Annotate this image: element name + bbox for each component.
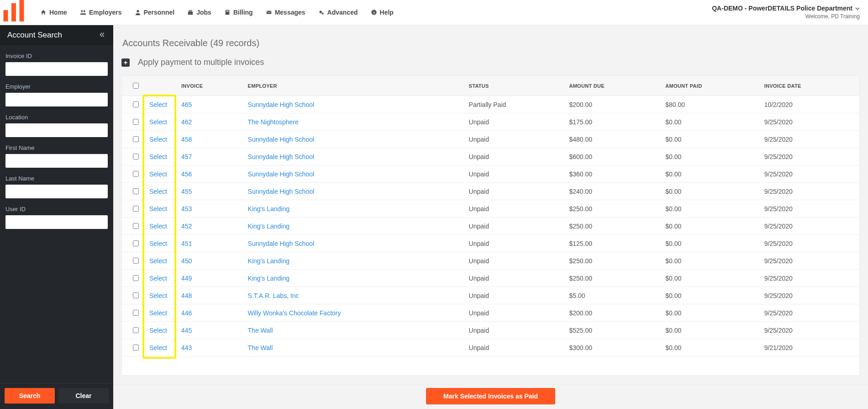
app-logo: [0, 0, 27, 26]
org-switcher[interactable]: QA-DEMO - PowerDETAILS Police Department: [712, 4, 860, 13]
chevron-down-icon: [855, 6, 860, 11]
last-name-input[interactable]: [5, 185, 108, 198]
select-link[interactable]: Select: [149, 205, 167, 212]
employer-link[interactable]: The Wall: [248, 327, 273, 334]
expand-apply-payment-icon[interactable]: +: [121, 58, 130, 67]
nav-personnel[interactable]: Personnel: [129, 5, 180, 20]
invoice-link[interactable]: 458: [181, 136, 192, 143]
first-name-label: First Name: [5, 144, 108, 151]
employer-input[interactable]: [5, 93, 108, 106]
collapse-sidebar-icon[interactable]: [99, 32, 106, 39]
nav-advanced[interactable]: Advanced: [313, 5, 363, 20]
employer-link[interactable]: S.T.A.R. Labs, Inc: [248, 292, 299, 299]
invoice-link[interactable]: 446: [181, 309, 192, 317]
select-link[interactable]: Select: [149, 292, 167, 299]
row-checkbox[interactable]: [133, 206, 139, 212]
select-link[interactable]: Select: [149, 153, 167, 160]
amount-due-cell: $5.00: [564, 287, 661, 304]
employer-label: Employer: [5, 83, 108, 90]
invoice-link[interactable]: 462: [181, 118, 192, 126]
select-link[interactable]: Select: [149, 309, 167, 317]
amount-due-cell: $250.00: [564, 200, 661, 218]
row-checkbox[interactable]: [133, 327, 139, 333]
select-link[interactable]: Select: [149, 240, 167, 247]
search-button[interactable]: Search: [5, 388, 55, 404]
row-checkbox[interactable]: [133, 119, 139, 125]
nav-messages[interactable]: Messages: [260, 5, 311, 20]
row-checkbox[interactable]: [133, 154, 139, 159]
row-checkbox[interactable]: [133, 101, 139, 107]
row-checkbox[interactable]: [133, 345, 139, 351]
status-cell: Unpaid: [464, 148, 565, 165]
select-link[interactable]: Select: [149, 170, 167, 178]
invoice-link[interactable]: 457: [181, 153, 192, 160]
mark-paid-button[interactable]: Mark Selected Invoices as Paid: [426, 388, 555, 404]
employer-link[interactable]: Sunnydale High School: [248, 101, 315, 108]
invoice-link[interactable]: 456: [181, 170, 192, 178]
amount-paid-cell: $0.00: [661, 131, 759, 148]
select-link[interactable]: Select: [149, 101, 167, 108]
employer-link[interactable]: Sunnydale High School: [248, 136, 315, 143]
invoice-date-cell: 9/21/2020: [760, 339, 859, 356]
invoice-link[interactable]: 451: [181, 240, 192, 247]
employer-link[interactable]: Willy Wonka's Chocolate Factory: [248, 309, 341, 317]
svg-rect-9: [226, 11, 228, 12]
nav-home[interactable]: Home: [35, 5, 73, 20]
invoice-id-input[interactable]: [5, 62, 108, 76]
row-checkbox[interactable]: [133, 136, 139, 142]
invoice-link[interactable]: 452: [181, 223, 192, 230]
employer-link[interactable]: King's Landing: [248, 275, 289, 282]
invoice-link[interactable]: 448: [181, 292, 192, 299]
amount-paid-cell: $0.00: [661, 322, 759, 339]
location-input[interactable]: [5, 123, 108, 137]
amount-paid-cell: $0.00: [661, 339, 759, 356]
amount-paid-cell: $0.00: [661, 287, 759, 304]
row-checkbox[interactable]: [133, 275, 139, 281]
employer-link[interactable]: Sunnydale High School: [248, 188, 315, 195]
invoice-link[interactable]: 450: [181, 257, 192, 265]
employer-link[interactable]: Sunnydale High School: [248, 170, 315, 178]
employer-link[interactable]: The Nightosphere: [248, 118, 299, 126]
clear-button[interactable]: Clear: [58, 388, 109, 404]
employer-link[interactable]: King's Landing: [248, 205, 289, 212]
invoice-link[interactable]: 455: [181, 188, 192, 195]
invoice-link[interactable]: 453: [181, 205, 192, 212]
row-checkbox[interactable]: [133, 258, 139, 264]
user-id-input[interactable]: [5, 215, 108, 229]
status-cell: Unpaid: [464, 252, 565, 270]
select-link[interactable]: Select: [149, 275, 167, 282]
sidebar-header: Account Search: [0, 25, 113, 45]
invoice-link[interactable]: 465: [181, 101, 192, 108]
nav-jobs[interactable]: Jobs: [182, 5, 217, 20]
nav-billing[interactable]: Billing: [219, 5, 258, 20]
table-row: Select446Willy Wonka's Chocolate Factory…: [122, 304, 859, 322]
row-checkbox[interactable]: [133, 292, 139, 298]
employer-link[interactable]: King's Landing: [248, 223, 289, 230]
nav-help[interactable]: ?Help: [365, 5, 399, 20]
nav-employers[interactable]: Employers: [74, 5, 127, 20]
row-checkbox[interactable]: [133, 223, 139, 229]
select-link[interactable]: Select: [149, 118, 167, 126]
invoice-date-cell: 10/2/2020: [760, 96, 859, 113]
select-link[interactable]: Select: [149, 257, 167, 265]
row-checkbox[interactable]: [133, 310, 139, 316]
select-link[interactable]: Select: [149, 344, 167, 351]
select-link[interactable]: Select: [149, 223, 167, 230]
employer-link[interactable]: The Wall: [248, 344, 273, 351]
invoice-link[interactable]: 449: [181, 275, 192, 282]
sidebar-title: Account Search: [7, 31, 62, 40]
employer-link[interactable]: Sunnydale High School: [248, 153, 315, 160]
select-link[interactable]: Select: [149, 188, 167, 195]
row-checkbox[interactable]: [133, 240, 139, 246]
row-checkbox[interactable]: [133, 188, 139, 194]
first-name-input[interactable]: [5, 154, 108, 168]
select-link[interactable]: Select: [149, 136, 167, 143]
invoice-link[interactable]: 443: [181, 344, 192, 351]
select-link[interactable]: Select: [149, 327, 167, 334]
employer-link[interactable]: King's Landing: [248, 257, 289, 265]
invoice-link[interactable]: 445: [181, 327, 192, 334]
nav-label: Employers: [89, 9, 122, 16]
select-all-checkbox[interactable]: [133, 83, 139, 89]
row-checkbox[interactable]: [133, 171, 139, 177]
employer-link[interactable]: Sunnydale High School: [248, 240, 315, 247]
